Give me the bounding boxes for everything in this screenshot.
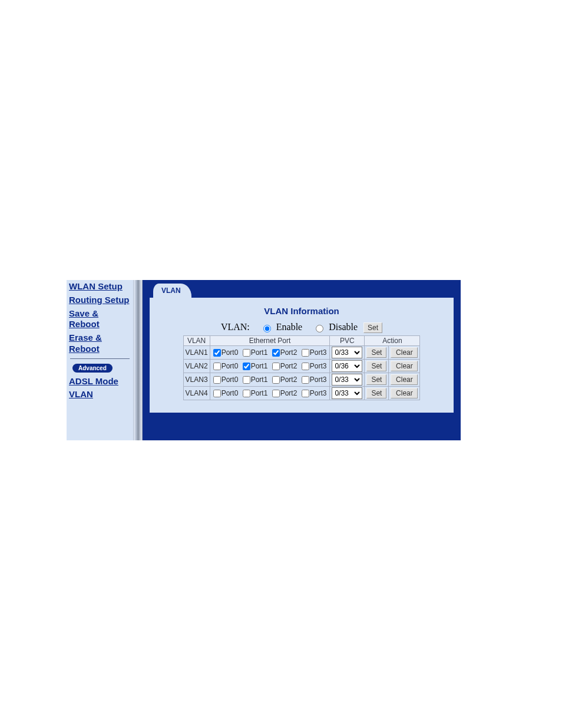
col-action: Action xyxy=(365,336,420,346)
row-set-button[interactable]: Set xyxy=(366,388,386,398)
table-row: VLAN4 Port0 Port1 Port2 Port3 0/33 Set C… xyxy=(183,387,420,400)
port0-label: Port0 xyxy=(222,362,239,370)
port1-label: Port1 xyxy=(251,389,268,397)
port3-label: Port3 xyxy=(310,389,327,397)
sidebar-item-wlan-setup[interactable]: WLAN Setup xyxy=(69,281,131,292)
pvc-select[interactable]: 0/33 xyxy=(332,374,362,386)
port1-checkbox[interactable] xyxy=(243,376,250,384)
port0-checkbox[interactable] xyxy=(213,349,221,357)
sidebar-item-vlan[interactable]: VLAN xyxy=(69,389,131,400)
port1-checkbox[interactable] xyxy=(243,390,250,397)
port3-checkbox[interactable] xyxy=(302,390,309,397)
table-row: VLAN1 Port0 Port1 Port2 Port3 0/33 Set C… xyxy=(183,346,420,360)
port2-label: Port2 xyxy=(280,348,297,357)
port2-label: Port2 xyxy=(280,362,297,370)
pvc-select[interactable]: 0/36 xyxy=(332,360,362,372)
port1-checkbox[interactable] xyxy=(243,349,250,357)
table-row: VLAN2 Port0 Port1 Port2 Port3 0/36 Set C… xyxy=(183,360,420,373)
row-set-button[interactable]: Set xyxy=(366,374,386,385)
port3-label: Port3 xyxy=(310,362,327,370)
table-row: VLAN3 Port0 Port1 Port2 Port3 0/33 Set C… xyxy=(183,373,420,387)
port1-label: Port1 xyxy=(251,375,268,384)
vlan-name: VLAN3 xyxy=(183,373,210,387)
vlan-set-button[interactable]: Set xyxy=(363,322,382,333)
pvc-select[interactable]: 0/33 xyxy=(332,387,362,399)
advanced-pill: Advanced xyxy=(72,364,113,373)
port0-checkbox[interactable] xyxy=(213,390,221,397)
sidebar-item-routing-setup[interactable]: Routing Setup xyxy=(69,295,131,306)
col-vlan: VLAN xyxy=(183,336,210,346)
vlan-label: VLAN: xyxy=(221,322,250,332)
vlan-table: VLAN Ethernet Port PVC Action VLAN1 Port… xyxy=(183,335,421,400)
port0-checkbox[interactable] xyxy=(213,376,221,384)
port0-checkbox[interactable] xyxy=(213,363,221,370)
pvc-select[interactable]: 0/33 xyxy=(332,347,362,358)
port3-checkbox[interactable] xyxy=(302,363,309,370)
port2-checkbox[interactable] xyxy=(272,376,280,384)
port1-label: Port1 xyxy=(251,362,268,370)
vertical-divider xyxy=(133,280,143,440)
port2-checkbox[interactable] xyxy=(272,363,280,370)
row-clear-button[interactable]: Clear xyxy=(391,374,418,385)
sidebar: WLAN Setup Routing Setup Save & Reboot E… xyxy=(67,280,133,440)
port3-checkbox[interactable] xyxy=(302,376,309,384)
port1-label: Port1 xyxy=(251,348,268,357)
row-clear-button[interactable]: Clear xyxy=(391,347,418,358)
port3-label: Port3 xyxy=(310,375,327,384)
row-clear-button[interactable]: Clear xyxy=(391,388,418,398)
port2-checkbox[interactable] xyxy=(272,390,280,397)
sidebar-item-erase-reboot[interactable]: Erase & Reboot xyxy=(69,332,131,355)
port0-label: Port0 xyxy=(222,348,239,357)
sidebar-item-save-reboot[interactable]: Save & Reboot xyxy=(69,308,131,331)
port0-label: Port0 xyxy=(222,389,239,397)
vlan-disable-label: Disable xyxy=(329,322,358,332)
port2-checkbox[interactable] xyxy=(272,349,280,357)
port1-checkbox[interactable] xyxy=(243,363,250,370)
vlan-enable-radio[interactable] xyxy=(263,325,271,332)
row-set-button[interactable]: Set xyxy=(366,361,386,371)
content-panel: VLAN Information VLAN: Enable Disable Se… xyxy=(150,298,454,413)
row-clear-button[interactable]: Clear xyxy=(391,361,418,371)
col-pvc: PVC xyxy=(330,336,365,346)
sidebar-divider xyxy=(70,358,130,359)
vlan-enable-row: VLAN: Enable Disable Set xyxy=(154,322,449,333)
vlan-name: VLAN2 xyxy=(183,360,210,373)
vlan-enable-label: Enable xyxy=(276,322,302,332)
vlan-name: VLAN1 xyxy=(183,346,210,360)
port0-label: Port0 xyxy=(222,375,239,384)
vlan-disable-radio[interactable] xyxy=(316,325,323,332)
col-ethernet-port: Ethernet Port xyxy=(210,336,330,346)
sidebar-item-adsl-mode[interactable]: ADSL Mode xyxy=(69,376,131,387)
tab-strip: VLAN xyxy=(143,280,461,298)
port3-label: Port3 xyxy=(310,348,327,357)
tab-vlan[interactable]: VLAN xyxy=(153,284,191,298)
port3-checkbox[interactable] xyxy=(302,349,309,357)
row-set-button[interactable]: Set xyxy=(366,347,386,358)
main-frame: VLAN VLAN Information VLAN: Enable Disab… xyxy=(143,280,461,440)
panel-title: VLAN Information xyxy=(154,306,449,316)
port2-label: Port2 xyxy=(280,389,297,397)
vlan-name: VLAN4 xyxy=(183,387,210,400)
port2-label: Port2 xyxy=(280,375,297,384)
